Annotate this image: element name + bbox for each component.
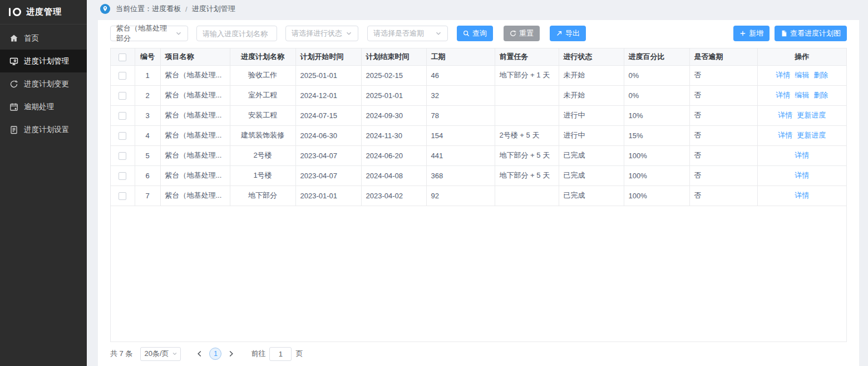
column-header: 计划开始时间 bbox=[295, 48, 361, 65]
page-size-select[interactable]: 20条/页 bbox=[140, 347, 181, 361]
page-number-1[interactable]: 1 bbox=[209, 348, 221, 360]
cell-no: 5 bbox=[135, 145, 160, 165]
filter-toolbar: 紫台（地基处理部分 请选择进行状态 请选择是否逾期 查询 bbox=[110, 26, 847, 41]
cell-status: 未开始 bbox=[559, 85, 624, 105]
sidebar-item-plan-settings[interactable]: 进度计划设置 bbox=[0, 118, 87, 141]
cell-no: 2 bbox=[135, 85, 160, 105]
row-checkbox[interactable] bbox=[119, 92, 126, 100]
cell-actions: 详情 bbox=[757, 165, 846, 186]
detail-link[interactable]: 详情 bbox=[795, 171, 809, 179]
cell-percent: 0% bbox=[624, 85, 689, 105]
edit-link[interactable]: 编辑 bbox=[795, 71, 809, 79]
sidebar-item-plan-change[interactable]: 进度计划变更 bbox=[0, 72, 87, 95]
row-checkbox[interactable] bbox=[119, 172, 126, 180]
detail-link[interactable]: 详情 bbox=[776, 91, 790, 99]
cell-overdue: 否 bbox=[689, 125, 757, 145]
cell-status: 已完成 bbox=[559, 165, 624, 186]
cell-actions: 详情更新进度 bbox=[757, 125, 846, 145]
monitor-icon bbox=[9, 57, 18, 66]
reset-button[interactable]: 重置 bbox=[504, 26, 540, 41]
cell-no: 7 bbox=[135, 186, 160, 206]
select-all-checkbox[interactable] bbox=[119, 53, 126, 61]
sidebar-item-label: 逾期处理 bbox=[24, 102, 54, 112]
table-row: 7紫台（地基处理...地下部分2023-01-012023-04-0292已完成… bbox=[111, 186, 846, 206]
cell-status: 进行中 bbox=[559, 105, 624, 125]
cell-plan: 2号楼 bbox=[230, 145, 295, 165]
location-pin-icon bbox=[100, 4, 110, 14]
overdue-select[interactable]: 请选择是否逾期 bbox=[367, 26, 448, 41]
row-checkbox[interactable] bbox=[119, 152, 126, 160]
chevron-down-icon bbox=[175, 30, 182, 37]
plan-name-input[interactable] bbox=[196, 26, 277, 41]
row-checkbox[interactable] bbox=[119, 112, 126, 120]
cell-predecessor bbox=[495, 85, 559, 105]
chevron-down-icon bbox=[435, 30, 442, 37]
sidebar-item-label: 进度计划管理 bbox=[24, 56, 69, 66]
project-select-value: 紫台（地基处理部分 bbox=[116, 23, 172, 43]
cell-percent: 0% bbox=[624, 65, 689, 85]
cell-actions: 详情 bbox=[757, 145, 846, 165]
pagination: 共 7 条 20条/页 1 前往 页 bbox=[110, 342, 847, 366]
add-button[interactable]: 新增 bbox=[733, 26, 770, 41]
cell-predecessor bbox=[495, 105, 559, 125]
sidebar-item-plan-management[interactable]: 进度计划管理 bbox=[0, 50, 87, 72]
cell-predecessor: 地下部分 + 5 天 bbox=[495, 145, 559, 165]
delete-link[interactable]: 删除 bbox=[813, 91, 828, 99]
table-row: 5紫台（地基处理...2号楼2023-04-072024-06-20441地下部… bbox=[111, 145, 846, 165]
cell-start: 2024-12-01 bbox=[295, 85, 361, 105]
view-plan-chart-button[interactable]: 查看进度计划图 bbox=[775, 26, 847, 41]
column-header: 进度百分比 bbox=[624, 48, 689, 65]
delete-link[interactable]: 删除 bbox=[813, 71, 828, 79]
cell-project: 紫台（地基处理... bbox=[160, 186, 230, 206]
sidebar-item-overdue-handle[interactable]: 逾期处理 bbox=[0, 95, 87, 118]
detail-link[interactable]: 详情 bbox=[778, 131, 792, 139]
project-select[interactable]: 紫台（地基处理部分 bbox=[110, 26, 188, 41]
cell-no: 4 bbox=[135, 125, 160, 145]
edit-link[interactable]: 编辑 bbox=[795, 91, 809, 99]
arrow-up-right-icon bbox=[556, 30, 563, 37]
sidebar-item-home[interactable]: 首页 bbox=[0, 27, 87, 50]
row-checkbox[interactable] bbox=[119, 72, 126, 80]
cell-start: 2025-01-01 bbox=[295, 65, 361, 85]
breadcrumb-separator: / bbox=[185, 5, 188, 13]
main-area: 当前位置： 进度看板 / 进度计划管理 紫台（地基处理部分 请选择进行状态 请选… bbox=[87, 0, 868, 366]
prev-page-button[interactable] bbox=[193, 347, 206, 360]
row-checkbox[interactable] bbox=[119, 132, 126, 140]
export-button[interactable]: 导出 bbox=[550, 26, 586, 41]
cell-duration: 441 bbox=[426, 145, 495, 165]
cell-duration: 368 bbox=[426, 165, 495, 186]
status-select[interactable]: 请选择进行状态 bbox=[285, 26, 358, 41]
search-icon bbox=[463, 30, 470, 37]
sidebar-menu: 首页进度计划管理进度计划变更逾期处理进度计划设置 bbox=[0, 27, 87, 141]
breadcrumb-item-dashboard[interactable]: 进度看板 bbox=[152, 4, 181, 14]
cell-overdue: 否 bbox=[689, 85, 757, 105]
table-row: 6紫台（地基处理...1号楼2023-04-072024-04-08368地下部… bbox=[111, 165, 846, 186]
goto-page-input[interactable] bbox=[269, 347, 292, 361]
cell-project: 紫台（地基处理... bbox=[160, 165, 230, 186]
detail-link[interactable]: 详情 bbox=[795, 191, 809, 199]
cell-status: 进行中 bbox=[559, 125, 624, 145]
cell-project: 紫台（地基处理... bbox=[160, 85, 230, 105]
update-progress-link[interactable]: 更新进度 bbox=[797, 111, 826, 119]
update-progress-link[interactable]: 更新进度 bbox=[797, 131, 826, 139]
search-button[interactable]: 查询 bbox=[457, 26, 493, 41]
cell-plan: 安装工程 bbox=[230, 105, 295, 125]
cell-predecessor: 2号楼 + 5 天 bbox=[495, 125, 559, 145]
cell-end: 2025-01-01 bbox=[361, 85, 426, 105]
cell-predecessor: 地下部分 + 1 天 bbox=[495, 65, 559, 85]
cell-overdue: 否 bbox=[689, 145, 757, 165]
detail-link[interactable]: 详情 bbox=[778, 111, 792, 119]
cell-percent: 100% bbox=[624, 145, 689, 165]
detail-link[interactable]: 详情 bbox=[776, 71, 790, 79]
cell-percent: 15% bbox=[624, 125, 689, 145]
sidebar-item-label: 进度计划变更 bbox=[24, 79, 69, 89]
next-page-button[interactable] bbox=[224, 347, 238, 360]
breadcrumb-item-current: 进度计划管理 bbox=[192, 4, 235, 14]
cell-percent: 10% bbox=[624, 105, 689, 125]
row-checkbox[interactable] bbox=[119, 192, 126, 200]
detail-link[interactable]: 详情 bbox=[795, 151, 809, 159]
cell-overdue: 否 bbox=[689, 186, 757, 206]
column-header: 操作 bbox=[757, 48, 846, 65]
cell-actions: 详情更新进度 bbox=[757, 105, 846, 125]
cell-status: 未开始 bbox=[559, 65, 624, 85]
